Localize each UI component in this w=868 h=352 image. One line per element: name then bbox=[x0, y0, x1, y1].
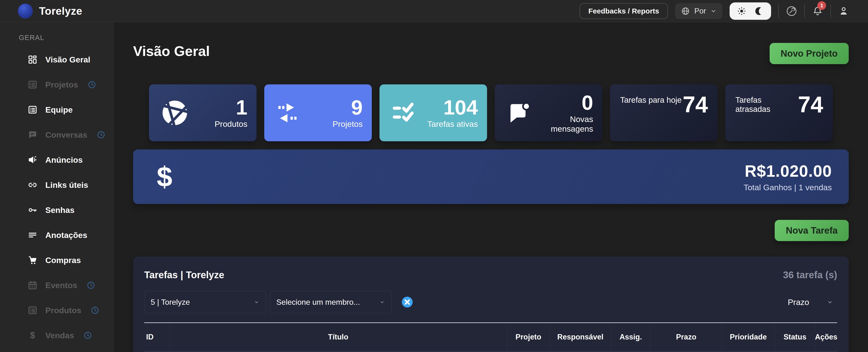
topbar-actions: Feedbacks / Reports Por bbox=[580, 2, 849, 20]
sidebar-item-visao-geral[interactable]: Visão Geral bbox=[0, 47, 114, 72]
stat-value: 104 bbox=[443, 97, 478, 118]
notes-icon bbox=[27, 229, 38, 241]
tasks-filters: 5 | Torelyze Selecione um membro... bbox=[144, 291, 837, 313]
sidebar-item-conversas[interactable]: Conversas bbox=[0, 122, 114, 147]
notification-badge: 1 bbox=[817, 1, 826, 10]
sidebar-item-label: Anotações bbox=[45, 230, 87, 240]
megaphone-icon bbox=[27, 154, 38, 165]
topbar-separator bbox=[778, 4, 779, 18]
sidebar-item-anuncios[interactable]: Anúncios bbox=[0, 147, 114, 172]
list-icon bbox=[27, 79, 38, 90]
user-icon bbox=[838, 5, 849, 17]
stat-value: 1 bbox=[236, 97, 247, 118]
checklist-icon bbox=[391, 98, 420, 128]
sidebar-item-links-uteis[interactable]: Links úteis bbox=[0, 172, 114, 197]
aperture-icon bbox=[160, 98, 189, 128]
pending-clock-icon bbox=[86, 281, 95, 290]
sort-selected-value: Prazo bbox=[788, 297, 809, 307]
sidebar-item-label: Compras bbox=[45, 256, 81, 265]
stat-card-novas-mensagens: 0 Novas mensagens bbox=[495, 85, 602, 141]
earnings-amount: R$1.020.00 bbox=[744, 162, 832, 180]
sidebar-item-equipe[interactable]: Equipe bbox=[0, 97, 114, 122]
project-filter-select[interactable]: 5 | Torelyze bbox=[144, 291, 266, 313]
sidebar-item-eventos[interactable]: Eventos bbox=[0, 273, 114, 298]
brand-name: Torelyze bbox=[39, 5, 82, 17]
wrench-icon bbox=[786, 5, 797, 17]
tasks-table-header: ID Título Projeto Responsável Assig. Pra… bbox=[144, 323, 837, 352]
theme-toggle[interactable] bbox=[730, 2, 771, 20]
project-filter-value: 5 | Torelyze bbox=[151, 298, 190, 307]
x-circle-icon bbox=[401, 296, 414, 309]
list-icon bbox=[27, 104, 38, 115]
summary-card-tarefas-hoje: Tarefas para hoje 74 bbox=[610, 85, 717, 141]
sidebar-item-label: Equipe bbox=[45, 105, 72, 115]
sidebar-section-label: GERAL bbox=[19, 34, 114, 42]
page-title: Visão Geral bbox=[133, 43, 210, 59]
tools-button[interactable] bbox=[786, 5, 797, 17]
summary-value: 74 bbox=[683, 93, 708, 116]
transfer-arrows-icon bbox=[275, 98, 305, 128]
dashboard-icon bbox=[27, 54, 38, 65]
page-header: Visão Geral Novo Projeto bbox=[133, 43, 849, 64]
stat-card-tarefas-ativas: 104 Tarefas ativas bbox=[379, 85, 487, 141]
topbar-separator bbox=[804, 4, 805, 18]
sidebar-item-label: Eventos bbox=[45, 281, 77, 290]
new-project-button[interactable]: Novo Projeto bbox=[770, 43, 849, 64]
sort-select[interactable]: Prazo bbox=[788, 297, 837, 307]
stat-card-figures: 104 Tarefas ativas bbox=[427, 97, 478, 129]
chat-icon bbox=[27, 129, 38, 140]
member-filter-placeholder: Selecione um membro... bbox=[276, 298, 360, 307]
language-selector[interactable]: Por bbox=[675, 3, 722, 19]
sidebar-item-label: Vendas bbox=[45, 331, 74, 340]
list-icon bbox=[27, 305, 38, 316]
sidebar-item-label: Anúncios bbox=[45, 155, 83, 165]
earnings-banner: $ R$1.020.00 Total Ganhos | 1 vendas bbox=[133, 150, 849, 204]
topbar: Torelyze Feedbacks / Reports Por bbox=[0, 0, 868, 22]
chevron-down-icon bbox=[254, 299, 259, 305]
column-header-acoes: Ações bbox=[815, 323, 837, 351]
chevron-down-icon bbox=[827, 299, 833, 306]
column-header-prazo: Prazo bbox=[651, 323, 722, 351]
tasks-panel: Tarefas | Torelyze 36 tarefa (s) 5 | Tor… bbox=[133, 257, 849, 352]
column-header-projeto: Projeto bbox=[507, 323, 550, 351]
summary-card-tarefas-atrasadas: Tarefas atrasadas 74 bbox=[725, 85, 833, 141]
new-task-row: Nova Tarefa bbox=[133, 220, 849, 241]
language-selected-label: Por bbox=[694, 7, 706, 15]
member-filter-select[interactable]: Selecione um membro... bbox=[270, 291, 392, 313]
feedbacks-reports-button[interactable]: Feedbacks / Reports bbox=[580, 3, 668, 19]
sidebar-item-label: Projetos bbox=[45, 80, 78, 90]
summary-label: Tarefas para hoje bbox=[620, 95, 682, 105]
notifications-button[interactable]: 1 bbox=[812, 5, 823, 17]
stat-cards-row: 1 Produtos 9 Projetos bbox=[133, 85, 849, 141]
new-task-button[interactable]: Nova Tarefa bbox=[775, 220, 849, 241]
main-content: Visão Geral Novo Projeto 1 bbox=[114, 22, 868, 352]
chevron-down-icon bbox=[710, 8, 717, 14]
topbar-separator bbox=[830, 4, 831, 18]
clear-filters-button[interactable] bbox=[401, 296, 414, 309]
tasks-panel-header: Tarefas | Torelyze 36 tarefa (s) bbox=[144, 269, 837, 280]
sidebar-item-projetos[interactable]: Projetos bbox=[0, 72, 114, 97]
sidebar-item-anotacoes[interactable]: Anotações bbox=[0, 223, 114, 248]
column-header-id: ID bbox=[144, 323, 169, 351]
column-header-responsavel: Responsável bbox=[550, 323, 611, 351]
stat-label: Produtos bbox=[215, 119, 247, 129]
stat-card-produtos: 1 Produtos bbox=[149, 85, 256, 141]
sidebar-item-produtos[interactable]: Produtos bbox=[0, 298, 114, 323]
account-button[interactable] bbox=[838, 5, 849, 17]
sidebar-item-label: Links úteis bbox=[45, 180, 88, 190]
summary-label: Tarefas atrasadas bbox=[735, 95, 798, 114]
pending-clock-icon bbox=[90, 306, 100, 315]
key-icon bbox=[27, 204, 38, 216]
stat-card-projetos: 9 Projetos bbox=[264, 85, 372, 141]
globe-icon bbox=[681, 6, 690, 16]
stat-value: 0 bbox=[582, 92, 593, 113]
sidebar-item-senhas[interactable]: Senhas bbox=[0, 197, 114, 223]
sidebar-item-compras[interactable]: Compras bbox=[0, 248, 114, 273]
dollar-sign-icon: $ bbox=[157, 163, 173, 191]
sidebar-item-vendas[interactable]: $ Vendas bbox=[0, 323, 114, 348]
earnings-figures: R$1.020.00 Total Ganhos | 1 vendas bbox=[744, 162, 832, 192]
calendar-icon bbox=[27, 280, 38, 291]
column-header-assig: Assig. bbox=[611, 323, 651, 351]
cart-icon bbox=[27, 255, 38, 266]
sidebar-item-label: Produtos bbox=[45, 306, 81, 315]
